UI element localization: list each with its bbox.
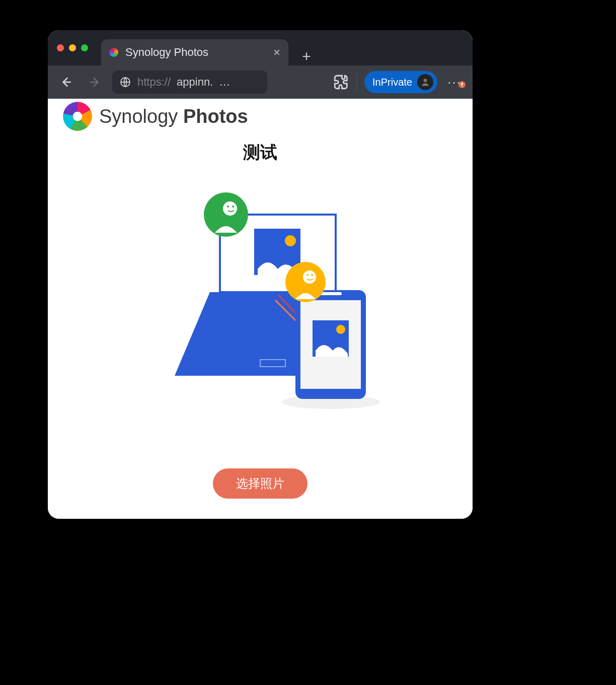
inprivate-label: InPrivate xyxy=(372,77,412,88)
svg-point-1 xyxy=(424,79,427,82)
tab-title: Synology Photos xyxy=(125,46,208,59)
puzzle-icon xyxy=(333,74,350,91)
browser-window: Synology Photos × + https:// appinn. … xyxy=(48,30,473,519)
toolbar: https:// appinn. … InPrivate ··· xyxy=(48,65,473,99)
brand: Synology Photos xyxy=(63,102,248,131)
more-menu-button[interactable]: ··· xyxy=(444,75,465,90)
title-bar: Synology Photos × + xyxy=(48,30,473,65)
minimize-window-button[interactable] xyxy=(69,44,76,51)
page-title: 测试 xyxy=(48,141,473,164)
extensions-button[interactable] xyxy=(333,74,350,91)
back-button[interactable] xyxy=(56,72,77,93)
window-controls xyxy=(57,44,88,51)
svg-point-8 xyxy=(223,201,237,216)
svg-point-5 xyxy=(285,235,296,246)
upload-illustration xyxy=(144,184,376,406)
svg-point-20 xyxy=(311,274,313,276)
browser-tab-active[interactable]: Synology Photos × xyxy=(101,39,288,65)
svg-point-18 xyxy=(303,270,316,284)
arrow-left-icon xyxy=(60,76,73,89)
select-photos-button[interactable]: 选择照片 xyxy=(213,468,307,499)
profile-avatar-icon xyxy=(417,74,433,90)
svg-rect-14 xyxy=(320,292,342,295)
inprivate-indicator[interactable]: InPrivate xyxy=(364,71,437,93)
address-bar[interactable]: https:// appinn. … xyxy=(112,71,267,94)
new-tab-button[interactable]: + xyxy=(297,47,316,65)
svg-point-16 xyxy=(336,325,345,334)
svg-point-19 xyxy=(306,274,309,276)
svg-point-10 xyxy=(232,206,234,208)
tab-strip: Synology Photos × + xyxy=(101,30,316,65)
svg-point-9 xyxy=(227,206,229,208)
brand-word-bold: Photos xyxy=(183,106,248,127)
arrow-right-icon xyxy=(88,76,101,89)
forward-button[interactable] xyxy=(84,72,105,93)
brand-word-light: Synology xyxy=(99,106,178,127)
globe-icon xyxy=(119,76,131,88)
close-window-button[interactable] xyxy=(57,44,64,51)
url-host: appinn. xyxy=(177,76,213,89)
url-truncation: … xyxy=(219,76,230,89)
zoom-window-button[interactable] xyxy=(81,44,88,51)
devices-illustration-icon xyxy=(144,184,376,406)
tab-favicon-icon xyxy=(109,48,118,57)
update-badge-icon xyxy=(458,81,466,88)
tab-close-button[interactable]: × xyxy=(273,46,280,58)
brand-wordmark: Synology Photos xyxy=(99,106,248,127)
page-content: Synology Photos 测试 xyxy=(48,99,473,519)
toolbar-divider xyxy=(357,74,357,91)
brand-logo-icon xyxy=(63,102,92,131)
url-scheme: https:// xyxy=(137,76,171,89)
